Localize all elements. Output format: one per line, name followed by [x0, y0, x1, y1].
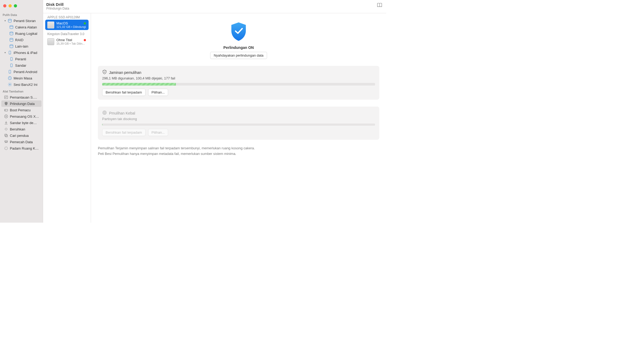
- chevron-down-icon: ▾: [4, 20, 6, 22]
- sidebar-item-byte-backup[interactable]: Sandar byte demi byte: [1, 120, 41, 126]
- label: Bersihkan: [10, 127, 25, 131]
- spacer: [4, 71, 6, 73]
- burst-icon: [4, 146, 8, 150]
- svg-point-1: [10, 26, 13, 27]
- sidebar-item-iphones-ipad[interactable]: ▾ iPhones & iPad: [1, 49, 41, 56]
- label: Peranti Android: [14, 70, 37, 74]
- svg-point-2: [10, 32, 13, 33]
- copy-icon: [4, 133, 8, 138]
- sidebar-item-raid[interactable]: RAID: [1, 37, 41, 43]
- sidebar-item-hardware-disks[interactable]: Cakera Alatan: [1, 24, 41, 30]
- footnote-line: Peti Besi Pemulihan hanya menyimpan meta…: [98, 151, 379, 157]
- header-bar: Disk Drill Prlindungn Data: [43, 0, 386, 13]
- volume-item-macos[interactable]: MacOS 121,02 GB • Dilindungi: [45, 20, 89, 30]
- gear-icon: [8, 82, 12, 87]
- disable-protection-button[interactable]: Nyahdayakan perlindungan data: [210, 52, 267, 59]
- internal-disk-icon: [47, 22, 54, 28]
- svg-point-22: [103, 111, 106, 115]
- sidebar-item-data-shredder[interactable]: Pemecah Data: [1, 139, 41, 145]
- disk-icon: [9, 38, 14, 42]
- sidebar: Pulih Data ▾ Peranti Storan Cakera Alata…: [0, 0, 43, 223]
- disk-icon: [9, 31, 14, 36]
- disk-icon: [9, 25, 14, 29]
- sidebar-item-erase-free-space[interactable]: Padam Ruang Kosong: [1, 145, 41, 151]
- sidebar-item-smart[interactable]: Pemantauan S.M.A.R.T.: [1, 94, 41, 100]
- sidebar-item-other[interactable]: Lain-lain: [1, 43, 41, 49]
- sidebar-item-ios-devices[interactable]: Peranti: [1, 56, 41, 62]
- svg-rect-20: [5, 134, 7, 136]
- shredder-icon: [4, 140, 8, 144]
- shield-outline-icon: [102, 70, 107, 75]
- volume-sub: 121,02 GB • Dilindungi: [56, 25, 86, 28]
- label: Ruang Logikal: [15, 32, 37, 36]
- phone-icon: [8, 50, 12, 55]
- footnote-line: Pemulihan Terjamin menyimpan salinan fai…: [98, 146, 379, 151]
- minimize-icon[interactable]: [9, 4, 12, 7]
- usage-progress-disabled: [102, 124, 375, 126]
- spacer: [4, 77, 6, 79]
- svg-point-3: [10, 38, 13, 39]
- sidebar-item-storage-devices[interactable]: ▾ Peranti Storan: [1, 18, 41, 24]
- label: Peranti Storan: [14, 19, 36, 23]
- sidebar-item-android[interactable]: Peranti Android: [1, 69, 41, 75]
- sidebar-item-osx-installer[interactable]: Pemasang OS X / mac...: [1, 113, 41, 120]
- recovery-vault-card: Pmulihan Kebal Partisyen tak disokong Be…: [98, 107, 379, 140]
- usage-progress: [102, 83, 375, 86]
- sparkle-icon: [4, 127, 8, 131]
- status-dot-unprotected-icon: [84, 39, 86, 41]
- card-subtitle: 296,1 MB digunakan, 100,4 MB dijejaki, 1…: [102, 76, 375, 80]
- volume-name: MacOS: [56, 21, 86, 25]
- manual-icon[interactable]: [377, 2, 382, 9]
- device-group-header: APPLE SSD AP0128M: [43, 13, 91, 20]
- svg-point-4: [10, 45, 13, 46]
- label: Mesin Masa: [14, 76, 32, 80]
- sidebar-item-time-machine[interactable]: Mesin Masa: [1, 75, 41, 81]
- sidebar-item-logical-volumes[interactable]: Ruang Logikal: [1, 30, 41, 37]
- sidebar-item-cleanup[interactable]: Bersihkan: [1, 126, 41, 132]
- label: Pemecah Data: [10, 140, 33, 144]
- label: Peranti: [15, 57, 26, 61]
- label: Prlindungn Data: [10, 102, 35, 106]
- sidebar-item-boot-drive[interactable]: Boot Pemacu: [1, 107, 41, 113]
- footnote: Pemulihan Terjamin menyimpan salinan fai…: [98, 146, 379, 157]
- shield-icon: [4, 101, 8, 106]
- phone-icon: [8, 70, 12, 74]
- volume-list: APPLE SSD AP0128M MacOS 121,02 GB • Dili…: [43, 13, 91, 223]
- sidebar-item-ios-backup[interactable]: Sandar: [1, 62, 41, 69]
- svg-point-17: [5, 110, 5, 110]
- phone-icon: [9, 63, 14, 67]
- clean-deleted-button-disabled: Bersihkan fail terpadam: [102, 129, 145, 136]
- label: iPhones & iPad: [14, 51, 37, 55]
- card-title: Jaminan pemulihan: [109, 70, 141, 75]
- svg-point-0: [8, 19, 11, 20]
- options-button[interactable]: Pilihan...: [148, 89, 168, 96]
- clean-deleted-button[interactable]: Bersihkan fail terpadam: [102, 89, 145, 96]
- app-title: Disk Drill: [46, 2, 69, 7]
- external-disk-icon: [47, 38, 54, 45]
- options-button-disabled: Pilihan...: [148, 129, 168, 136]
- volume-name: Ohne Titel: [56, 38, 86, 42]
- label: Boot Pemacu: [10, 108, 31, 112]
- label: RAID: [15, 38, 23, 42]
- sidebar-item-data-protection[interactable]: Prlindungn Data: [1, 100, 41, 107]
- label: Pemantauan S.M.A.R.T.: [10, 95, 39, 99]
- shield-check-icon: [230, 21, 248, 42]
- sidebar-section-recover: Pulih Data: [0, 11, 43, 18]
- fullscreen-icon[interactable]: [14, 4, 17, 7]
- x-circle-icon: [4, 114, 8, 118]
- drive-icon: [4, 108, 8, 112]
- clock-icon: [8, 76, 12, 80]
- disk-icon: [8, 19, 12, 23]
- label: Sesi BaruX2 Ini: [14, 83, 38, 87]
- close-icon[interactable]: [3, 4, 6, 7]
- volume-sub: 15,39 GB • Tak Dilin...: [56, 42, 86, 45]
- chevron-down-icon: ▾: [4, 52, 6, 54]
- volume-item-ohne-titel[interactable]: Ohne Titel 15,39 GB • Tak Dilin...: [45, 36, 89, 47]
- recovery-guarantee-card: Jaminan pemulihan 296,1 MB digunakan, 10…: [98, 66, 379, 100]
- sidebar-item-find-duplicates[interactable]: Cari pendua: [1, 132, 41, 139]
- page-subtitle: Prlindungn Data: [46, 7, 69, 10]
- sidebar-item-session[interactable]: Sesi BaruX2 Ini: [1, 81, 41, 88]
- svg-rect-21: [5, 141, 8, 142]
- label: Pemasang OS X / mac...: [10, 115, 39, 118]
- label: Sandar: [15, 64, 26, 67]
